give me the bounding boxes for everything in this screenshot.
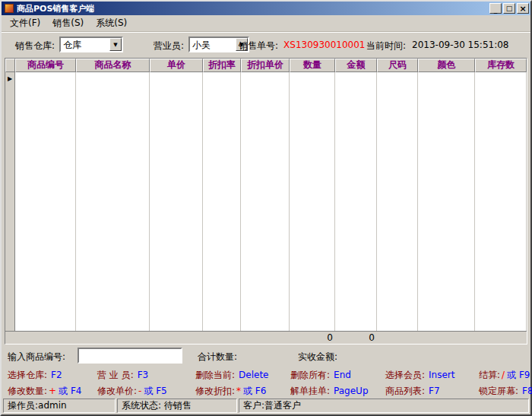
statusbar: 操作员:admin 系统状态: 待销售 客户:普通客户	[2, 398, 530, 414]
col-discount-rate[interactable]	[203, 72, 241, 331]
col-size[interactable]	[377, 72, 418, 331]
col-header-quantity[interactable]: 数量	[290, 59, 335, 72]
col-amount[interactable]	[335, 72, 377, 331]
hotkey-delete-all: 删除所有:End	[290, 369, 351, 382]
window-controls: _ □ ×	[488, 3, 529, 14]
col-header-stock[interactable]: 库存数	[475, 59, 527, 72]
status-system-state: 系统状态: 待销售	[117, 399, 237, 413]
col-item-code[interactable]	[15, 72, 76, 331]
current-time-group: 当前时间: 2013-09-30 15:51:08	[366, 40, 509, 52]
hotkey-clerk: 营 业 员:F3	[97, 369, 148, 382]
warehouse-combobox[interactable]: 仓库 ▼	[59, 37, 123, 52]
window-title: 商品POS销售客户端	[17, 3, 488, 14]
col-quantity[interactable]	[290, 72, 335, 331]
item-code-input[interactable]	[78, 348, 182, 364]
order-number-value: XS130930010001	[283, 40, 365, 52]
sum-quantity-label: 合计数量:	[198, 351, 237, 364]
order-number-group: 销售单号: XS130930010001	[239, 40, 366, 52]
minimize-icon: _	[494, 7, 498, 14]
close-button[interactable]: ×	[517, 3, 529, 14]
toolbar: 销售仓库: 仓库 ▼ 营业员: 小吴 ▼ 销售单号: XS13093001000…	[2, 32, 530, 58]
col-header-item-name[interactable]: 商品名称	[76, 59, 150, 72]
warehouse-label: 销售仓库:	[15, 40, 55, 52]
col-stock[interactable]	[475, 72, 527, 331]
col-item-name[interactable]	[76, 72, 150, 331]
col-header-discount-price[interactable]: 折扣单价	[241, 59, 290, 72]
hotkey-checkout: 结算:/或 F9	[479, 369, 530, 382]
titlebar[interactable]: 商品POS销售客户端 _ □ ×	[2, 2, 530, 15]
indicator-column: ▶	[5, 72, 15, 331]
col-header-amount[interactable]: 金额	[335, 59, 377, 72]
total-amount-value: 0	[335, 332, 377, 344]
hotkey-lock-screen: 锁定屏幕:F8	[479, 385, 532, 398]
maximize-button[interactable]: □	[503, 3, 515, 14]
grid-header: 商品编号 商品名称 单价 折扣率 折扣单价 数量 金额 尺码 颜色 库存数	[5, 59, 527, 72]
pos-window: 商品POS销售客户端 _ □ × 文件(F) 销售(S) 系统(S) 销售仓库:…	[0, 0, 532, 416]
minimize-button[interactable]: _	[489, 3, 502, 14]
menu-file[interactable]: 文件(F)	[4, 15, 46, 31]
current-row-marker-icon: ▶	[8, 75, 12, 82]
status-operator: 操作员:admin	[3, 399, 116, 413]
current-time-label: 当前时间:	[366, 40, 406, 52]
entry-row: 输入商品编号: 合计数量: 实收金额:	[2, 345, 530, 366]
hotkey-hints-row-1: 选择仓库:F2 营 业 员:F3 删除当前:Delete 删除所有:End 选择…	[2, 366, 530, 382]
indicator-header-cell	[5, 59, 15, 72]
totals-indicator-cell	[5, 332, 15, 344]
current-time-value: 2013-09-30 15:51:08	[412, 40, 508, 52]
col-header-color[interactable]: 颜色	[418, 59, 475, 72]
clerk-value: 小吴	[190, 38, 236, 51]
menubar: 文件(F) 销售(S) 系统(S)	[2, 15, 530, 32]
col-header-size[interactable]: 尺码	[377, 59, 418, 72]
hotkey-edit-price: 修改单价:-或 F5	[97, 385, 167, 398]
status-customer: 客户:普通客户	[239, 399, 529, 413]
menu-system[interactable]: 系统(S)	[90, 15, 133, 31]
hotkey-hints-row-2: 修改数量:+或 F4 修改单价:-或 F5 修改折扣:*或 F6 解单挂单:Pa…	[2, 382, 530, 398]
total-quantity-value: 0	[290, 332, 335, 344]
sales-grid: 商品编号 商品名称 单价 折扣率 折扣单价 数量 金额 尺码 颜色 库存数 ▶	[5, 58, 527, 345]
hotkey-edit-discount: 修改折扣:*或 F6	[195, 385, 266, 398]
item-code-input-label: 输入商品编号:	[8, 351, 65, 364]
hotkey-select-warehouse: 选择仓库:F2	[8, 369, 62, 382]
menu-sale[interactable]: 销售(S)	[46, 15, 90, 31]
app-icon	[5, 4, 14, 13]
hotkey-edit-quantity: 修改数量:+或 F4	[8, 385, 81, 398]
warehouse-dropdown-icon[interactable]: ▼	[109, 38, 122, 51]
clerk-label: 营业员:	[154, 40, 184, 52]
hotkey-hold-resume-order: 解单挂单:PageUp	[290, 385, 369, 398]
col-header-discount-rate[interactable]: 折扣率	[203, 59, 241, 72]
col-color[interactable]	[418, 72, 475, 331]
warehouse-value: 仓库	[61, 38, 109, 51]
grid-body[interactable]: ▶	[5, 72, 527, 331]
col-header-item-code[interactable]: 商品编号	[15, 59, 76, 72]
col-unit-price[interactable]	[150, 72, 203, 331]
hotkey-select-member: 选择会员:Insert	[385, 369, 454, 382]
hotkey-delete-current: 删除当前:Delete	[195, 369, 268, 382]
col-discount-price[interactable]	[241, 72, 290, 331]
col-header-unit-price[interactable]: 单价	[150, 59, 203, 72]
order-number-label: 销售单号:	[239, 40, 278, 52]
grid-totals-row: 0 0	[5, 331, 527, 344]
maximize-icon: □	[506, 5, 513, 12]
hotkey-item-list: 商品列表:F7	[385, 385, 440, 398]
close-icon: ×	[519, 5, 526, 12]
received-amount-label: 实收金额:	[298, 351, 337, 364]
